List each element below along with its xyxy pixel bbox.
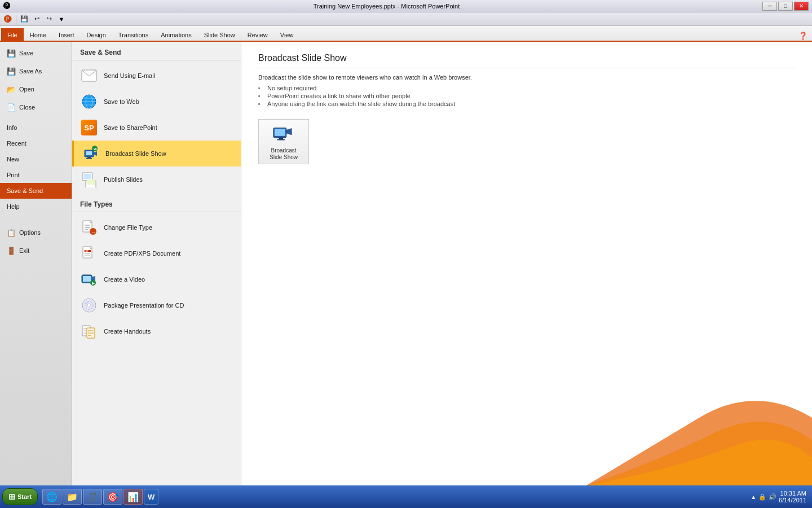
right-panel: Broadcast Slide Show Broadcast the slide…: [241, 42, 812, 485]
taskbar-ie[interactable]: 🌐: [42, 489, 61, 505]
broadcast-slideshow-button[interactable]: W BroadcastSlide Show: [258, 119, 309, 164]
sidebar-item-saveas[interactable]: 💾 Save As: [0, 62, 72, 80]
tab-view[interactable]: View: [274, 28, 300, 41]
middle-item-email[interactable]: Send Using E-mail: [72, 63, 241, 89]
sidebar: 💾 Save 💾 Save As 📂 Open 📄 Close Info Rec…: [0, 42, 72, 485]
section-separator: [72, 192, 241, 200]
middle-item-createhandouts[interactable]: Create Handouts: [72, 318, 241, 344]
svg-rect-16: [87, 179, 95, 185]
sidebar-item-savesend[interactable]: Save & Send: [0, 183, 72, 199]
broadcast-icon: W: [82, 144, 100, 163]
more-commands-button[interactable]: ▼: [56, 14, 67, 24]
taskbar-show-desktop[interactable]: ▲: [751, 494, 756, 500]
minimize-button[interactable]: ─: [762, 2, 777, 11]
undo-button[interactable]: ↩: [31, 14, 42, 24]
tab-slideshow[interactable]: Slide Show: [198, 28, 241, 41]
sidebar-item-info[interactable]: Info: [0, 120, 72, 135]
sidebar-recent-label: Recent: [7, 140, 27, 147]
savetoweb-label: Save to Web: [104, 98, 139, 105]
svg-rect-50: [279, 138, 283, 139]
sidebar-options-label: Options: [19, 229, 41, 236]
window-title: Training New Employees.pptx - Microsoft …: [11, 3, 762, 10]
sidebar-item-recent[interactable]: Recent: [0, 135, 72, 151]
middle-item-createvideo[interactable]: ▶ Create a Video: [72, 266, 241, 292]
sharepoint-icon: SP: [80, 119, 98, 137]
publishslides-label: Publish Slides: [104, 176, 143, 183]
sidebar-item-exit[interactable]: 🚪 Exit: [0, 242, 72, 260]
sidebar-close-label: Close: [19, 104, 35, 111]
middle-item-sharetosharepoint[interactable]: SP Save to SharePoint: [72, 115, 241, 141]
save-icon: 💾: [7, 49, 16, 58]
options-icon: 📋: [7, 228, 16, 237]
restore-button[interactable]: □: [778, 2, 793, 11]
start-button[interactable]: ⊞ Start: [2, 488, 38, 505]
window-controls[interactable]: ─ □ ✕: [762, 2, 809, 11]
toolbar-separator: [16, 15, 16, 24]
svg-text:↔: ↔: [91, 230, 96, 235]
exit-icon: 🚪: [7, 246, 16, 255]
broadcast-button-label: BroadcastSlide Show: [270, 147, 298, 161]
title-bar-left: 🅟: [3, 2, 11, 10]
sidebar-saveas-label: Save As: [19, 68, 42, 75]
quick-access-toolbar: 🅟 💾 ↩ ↪ ▼: [0, 12, 812, 26]
sidebar-item-close[interactable]: 📄 Close: [0, 98, 72, 116]
svg-text:W: W: [94, 147, 97, 151]
middle-item-savetoweb[interactable]: Save to Web: [72, 89, 241, 115]
sidebar-item-open[interactable]: 📂 Open: [0, 80, 72, 98]
createvideo-label: Create a Video: [104, 276, 145, 283]
sidebar-item-options[interactable]: 📋 Options: [0, 224, 72, 242]
sidebar-new-label: New: [7, 156, 19, 163]
svg-text:W: W: [288, 124, 293, 129]
middle-item-publishslides[interactable]: Publish Slides: [72, 167, 241, 192]
publishslides-icon: [80, 170, 98, 189]
tab-insert[interactable]: Insert: [52, 28, 81, 41]
taskbar-sound[interactable]: 🔊: [769, 493, 776, 501]
powerpoint-icon: 🅟: [2, 14, 14, 24]
tab-design[interactable]: Design: [81, 28, 112, 41]
filetypes-section-title: File Types: [72, 200, 241, 212]
taskbar-network: 🔒: [758, 493, 766, 501]
bullet-item-3: Anyone using the link can watch the slid…: [258, 100, 795, 108]
clock-date: 6/14/2011: [779, 497, 806, 503]
start-label: Start: [17, 493, 32, 500]
app-icon: 🅟: [3, 2, 11, 10]
sidebar-item-help[interactable]: Help: [0, 199, 72, 214]
bullet-list: No setup required PowerPoint creates a l…: [258, 84, 795, 108]
svg-rect-7: [86, 151, 92, 155]
sidebar-save-label: Save: [19, 50, 33, 56]
tab-file[interactable]: File: [1, 28, 24, 41]
taskbar-word[interactable]: W: [144, 489, 158, 505]
right-panel-title: Broadcast Slide Show: [258, 53, 795, 68]
svg-rect-9: [87, 157, 91, 158]
sidebar-item-print[interactable]: Print: [0, 167, 72, 183]
tab-home[interactable]: Home: [24, 28, 52, 41]
sidebar-exit-label: Exit: [19, 247, 29, 254]
pdf-icon: PDF: [80, 244, 98, 262]
tab-review[interactable]: Review: [241, 28, 274, 41]
broadcast-label: Broadcast Slide Show: [105, 150, 166, 157]
redo-button[interactable]: ↪: [43, 14, 55, 24]
tab-animations[interactable]: Animations: [155, 28, 197, 41]
clock-time: 10:31 AM: [779, 490, 806, 497]
sidebar-item-save[interactable]: 💾 Save: [0, 44, 72, 62]
taskbar-powerpoint[interactable]: 📊: [123, 489, 143, 505]
help-button[interactable]: ❓: [797, 30, 809, 41]
middle-item-changefiletype[interactable]: ↔ Change File Type: [72, 214, 241, 240]
packagecd-label: Package Presentation for CD: [104, 302, 184, 309]
close-button[interactable]: ✕: [794, 2, 809, 11]
taskbar-media[interactable]: 🎵: [83, 489, 102, 505]
taskbar-app4[interactable]: 🎯: [103, 489, 122, 505]
sidebar-item-new[interactable]: New: [0, 151, 72, 167]
middle-item-createpdf[interactable]: PDF Create PDF/XPS Document: [72, 240, 241, 266]
taskbar-explorer[interactable]: 📁: [63, 489, 82, 505]
video-icon: ▶: [80, 270, 98, 288]
broadcast-button-icon: W: [272, 122, 295, 145]
middle-item-broadcast[interactable]: W Broadcast Slide Show: [72, 141, 241, 167]
email-label: Send Using E-mail: [104, 72, 155, 79]
title-bar: 🅟 Training New Employees.pptx - Microsof…: [0, 0, 812, 12]
right-panel-description: Broadcast the slide show to remote viewe…: [258, 74, 795, 81]
middle-item-packagecd[interactable]: Package Presentation for CD: [72, 292, 241, 318]
sharetosharepoint-label: Save to SharePoint: [104, 124, 157, 131]
save-quick-button[interactable]: 💾: [19, 14, 30, 24]
tab-transitions[interactable]: Transitions: [112, 28, 155, 41]
